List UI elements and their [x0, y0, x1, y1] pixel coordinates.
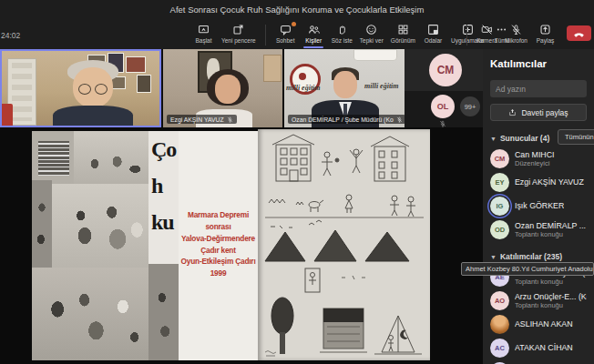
wall-script-text: milli eğitim — [364, 82, 399, 90]
participant-row[interactable]: OD Ozan DEMİRALP ... (Konuk Toplantı kon… — [490, 219, 587, 239]
video-strip: Ezgi AKŞİN YAVUZ milli eğitim milli eğit… — [0, 49, 483, 127]
slide-line: sonrası — [179, 221, 258, 233]
participant-name: Can MIHCI — [515, 150, 555, 159]
slide-line: 1999 — [179, 268, 258, 279]
headline-fragment: ku — [151, 211, 174, 233]
newspaper-photo — [74, 131, 148, 184]
meeting-timer: 24:02 — [1, 31, 20, 40]
chat-button[interactable]: Sohbet — [271, 21, 300, 46]
view-button[interactable]: Görünüm — [387, 21, 419, 46]
avatar: AO — [490, 291, 509, 310]
participant-role: Toplantı konuğu — [515, 230, 587, 238]
wall-frame — [126, 56, 146, 73]
newspaper-clipping — [32, 131, 148, 360]
view-icon — [397, 24, 409, 35]
participant-row[interactable]: IG Işık GÖRKER — [490, 196, 587, 216]
camera-button[interactable]: Kamera — [473, 21, 501, 46]
video-tile-ezgi[interactable]: Ezgi AKŞİN YAVUZ — [163, 49, 282, 127]
glasses — [78, 84, 108, 93]
presenters-section-header[interactable]: ▼ Sunucular (4) Tümünün se — [490, 132, 587, 145]
share-invite-button[interactable]: Daveti paylaş — [490, 104, 587, 121]
reaction-button[interactable]: Tepki ver — [356, 21, 387, 46]
share-icon — [539, 24, 551, 35]
reaction-icon — [365, 24, 377, 35]
wall-frame — [137, 75, 151, 93]
newspaper-photo — [52, 184, 148, 268]
overflow-participants-area: CM OL 99+ — [405, 49, 483, 127]
raise-hand-label: Söz iste — [332, 37, 353, 44]
participant-row[interactable]: AO Arzu Onüçler-E... (Konuk Toplantı kon… — [490, 290, 587, 310]
chevron-down-icon: ▼ — [490, 136, 497, 142]
participant-row[interactable]: AC ATAKAN CİHAN — [490, 338, 587, 358]
headline-fragment: h — [151, 175, 162, 197]
headline-fragment: Ço — [151, 138, 176, 160]
newspaper-photo — [32, 180, 52, 271]
toolbar-divider — [265, 25, 266, 46]
leave-button[interactable] — [567, 25, 591, 41]
participants-panel: Katılımcılar Daveti paylaş ▼ Sunucular (… — [483, 49, 594, 364]
teams-meeting-window: Afet Sonrası Çocuk Ruh Sağlığını Koruma … — [0, 0, 594, 364]
avatar — [490, 315, 509, 334]
avatar: OD — [490, 220, 509, 239]
new-window-button[interactable]: Yeni pencere — [218, 21, 260, 46]
newspaper-caption-block — [34, 136, 74, 180]
toolbar-divider — [466, 25, 467, 46]
wall-script-text: milli eğitim — [286, 84, 321, 92]
view-label: Görünüm — [391, 37, 415, 44]
chat-label: Sohbet — [276, 37, 295, 44]
participant-name: Ezgi AKŞİN YAVUZ — [170, 116, 224, 123]
participant-row[interactable]: CM Can MIHCI Düzenleyici — [490, 148, 587, 168]
toolbar-right: Kamera Mikrofon Paylaş — [461, 21, 594, 46]
new-window-icon — [232, 24, 244, 35]
meeting-toolbar: 24:02 Başlat Yeni pencere Sohbet Kişiler — [0, 18, 594, 50]
meeting-title: Afet Sonrası Çocuk Ruh Sağlığını Koruma … — [170, 5, 425, 15]
start-label: Başlat — [195, 37, 211, 44]
camera-off-icon — [481, 24, 493, 35]
avatar[interactable]: OL — [431, 95, 455, 118]
people-label: Kişiler — [305, 37, 322, 44]
participant-name: Arzu Onüçler-E... (Konuk — [515, 292, 587, 301]
reaction-label: Tepki ver — [360, 37, 384, 44]
mic-off-icon — [227, 116, 233, 123]
raise-hand-icon — [336, 24, 348, 35]
people-icon — [308, 24, 320, 35]
slide-line: Çadır kent — [179, 245, 258, 257]
search-input[interactable] — [490, 80, 587, 97]
newspaper-photo — [148, 264, 179, 360]
slide-line: Yalova-Değirmendere — [179, 233, 258, 245]
new-window-label: Yeni pencere — [221, 37, 256, 44]
video-tile-active-speaker[interactable] — [0, 49, 161, 127]
avatar[interactable]: CM — [429, 54, 462, 86]
more-participants-badge[interactable]: 99+ — [460, 96, 480, 116]
participant-row[interactable]: EY Ezgi AKŞİN YAVUZ — [490, 172, 587, 192]
participants-title: Katılımcılar — [490, 58, 587, 69]
slide-line: Oyun-Etkileşim Çadırı — [179, 256, 258, 268]
chat-icon — [280, 24, 292, 35]
titlebar: Afet Sonrası Çocuk Ruh Sağlığını Koruma … — [0, 0, 594, 18]
microphone-button[interactable]: Mikrofon — [501, 21, 531, 46]
participant-name: ASLIHAN AKAN — [515, 319, 573, 329]
participant-row[interactable]: ASLIHAN AKAN — [490, 314, 587, 334]
participant-name-tag: Ozan DEMİRALP / Şube Müdürü (Ko — [288, 115, 405, 124]
participant-tooltip: Ahmet Kozbey 80.Yıl Cumhuriyet Anadolu L… — [461, 262, 594, 276]
participant-name: Ezgi AKŞİN YAVUZ — [515, 177, 584, 187]
attendees-section-header[interactable]: ▼ Katılımcılar (235) — [490, 250, 587, 263]
slide-line: Marmara Depremi — [179, 209, 258, 221]
avatar: IG — [490, 197, 509, 216]
raise-hand-button[interactable]: Söz iste — [328, 21, 356, 46]
participant-name: ATAKAN CİHAN — [515, 343, 573, 352]
chevron-down-icon: ▼ — [490, 254, 497, 260]
video-tile-ozan[interactable]: milli eğitim milli eğitim Ozan DEMİRALP … — [284, 49, 405, 127]
child-drawing-page — [258, 129, 430, 360]
start-button[interactable]: Başlat — [189, 21, 218, 46]
people-button[interactable]: Kişiler — [300, 21, 328, 46]
participant-name: Ozan DEMİRALP ... (Konuk — [515, 221, 587, 230]
mute-all-button[interactable]: Tümünün se — [558, 129, 594, 145]
rooms-button[interactable]: Odalar — [419, 21, 447, 46]
share-button[interactable]: Paylaş — [531, 21, 559, 46]
presenters-header-label: Sunucular (4) — [500, 134, 549, 143]
slide-caption: Marmara Depremi sonrası Yalova-Değirmend… — [179, 209, 258, 279]
newspaper-photo — [32, 268, 148, 360]
participant-role: Toplantı konuğu — [515, 301, 587, 309]
microphone-label: Mikrofon — [505, 37, 527, 44]
